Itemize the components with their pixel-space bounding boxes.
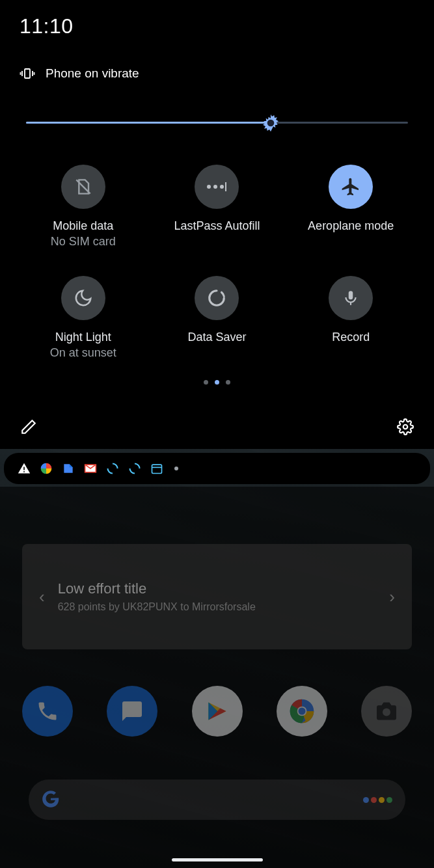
tile-night-light[interactable]: Night Light On at sunset xyxy=(20,276,147,361)
sync-icon xyxy=(105,461,120,476)
assistant-icon[interactable] xyxy=(363,797,392,803)
tile-title: LastPass Autofill xyxy=(174,218,260,234)
tile-label: Night Light On at sunset xyxy=(50,329,116,361)
tile-label: Mobile data No SIM card xyxy=(51,218,116,250)
page-dot xyxy=(226,380,230,385)
tile-subtitle: On at sunset xyxy=(50,345,116,360)
tile-title: Record xyxy=(332,329,370,345)
tile-lastpass[interactable]: LastPass Autofill xyxy=(154,165,281,250)
gmail-icon xyxy=(83,461,98,476)
notification-bar[interactable] xyxy=(4,453,430,484)
homescreen-widget[interactable]: ‹ Low effort title 628 points by UK82PUN… xyxy=(22,544,412,649)
google-logo-icon xyxy=(42,790,61,809)
tile-title: Night Light xyxy=(50,329,116,345)
airplane-icon xyxy=(329,165,373,209)
svg-point-5 xyxy=(267,120,274,127)
tile-label: Aeroplane mode xyxy=(308,218,394,234)
dock-chrome[interactable] xyxy=(277,686,327,737)
svg-point-7 xyxy=(207,185,211,189)
tile-mobile-data[interactable]: Mobile data No SIM card xyxy=(20,165,147,250)
tile-subtitle: No SIM card xyxy=(51,234,116,249)
clock-time: 11:10 xyxy=(20,14,414,38)
tile-label: Data Saver xyxy=(187,329,246,345)
chevron-right-icon[interactable]: › xyxy=(385,587,399,607)
brightness-fill xyxy=(26,122,271,124)
quick-settings-panel: 11:10 Phone on vibrate xyxy=(4,0,430,448)
svg-rect-10 xyxy=(225,182,226,191)
vibrate-icon xyxy=(20,66,35,81)
tile-label: LastPass Autofill xyxy=(174,218,260,234)
calendar-icon xyxy=(150,461,164,476)
page-dot-active xyxy=(215,380,219,385)
tile-title: Aeroplane mode xyxy=(308,218,394,234)
status-row: Phone on vibrate xyxy=(20,66,414,81)
mic-icon xyxy=(329,276,373,320)
moon-icon xyxy=(61,276,105,320)
tile-record[interactable]: Record xyxy=(287,276,414,361)
tile-title: Data Saver xyxy=(187,329,246,345)
svg-rect-16 xyxy=(152,465,162,473)
svg-point-8 xyxy=(213,185,217,189)
svg-point-9 xyxy=(220,185,224,189)
dock xyxy=(22,686,412,737)
more-dot xyxy=(174,467,178,470)
files-icon xyxy=(61,461,75,476)
svg-rect-13 xyxy=(23,467,25,470)
dock-play-store[interactable] xyxy=(192,686,243,737)
svg-point-12 xyxy=(403,425,408,429)
tile-aeroplane-mode[interactable]: Aeroplane mode xyxy=(287,165,414,250)
page-indicator xyxy=(20,380,414,385)
data-saver-icon xyxy=(195,276,239,320)
widget-title: Low effort title xyxy=(58,580,386,597)
sync-icon xyxy=(128,461,142,476)
dock-messages[interactable] xyxy=(107,686,157,737)
vibrate-label: Phone on vibrate xyxy=(46,66,139,81)
page-dot xyxy=(204,380,208,385)
chevron-left-icon[interactable]: ‹ xyxy=(35,587,49,607)
qs-footer xyxy=(20,418,414,436)
svg-rect-14 xyxy=(23,471,25,472)
warning-icon xyxy=(17,461,31,476)
tile-data-saver[interactable]: Data Saver xyxy=(154,276,281,361)
brightness-slider[interactable] xyxy=(26,114,408,132)
settings-button[interactable] xyxy=(396,418,414,436)
navigation-pill[interactable] xyxy=(172,858,263,861)
dock-camera[interactable] xyxy=(361,686,412,737)
edit-button[interactable] xyxy=(20,418,38,436)
tile-title: Mobile data xyxy=(51,218,116,234)
widget-content: Low effort title 628 points by UK82PUNX … xyxy=(49,580,386,613)
widget-subtitle: 628 points by UK82PUNX to Mirrorsforsale xyxy=(58,601,386,613)
brightness-thumb-icon[interactable] xyxy=(260,113,281,133)
qs-tiles-grid: Mobile data No SIM card LastPass Autofil… xyxy=(20,165,414,360)
svg-point-22 xyxy=(383,709,390,716)
sim-off-icon xyxy=(61,165,105,209)
search-bar[interactable] xyxy=(29,780,405,820)
dock-phone[interactable] xyxy=(22,686,73,737)
svg-point-21 xyxy=(298,708,305,715)
photos-icon xyxy=(39,461,53,476)
tile-label: Record xyxy=(332,329,370,345)
svg-rect-0 xyxy=(25,69,30,78)
dots-cursor-icon xyxy=(195,165,239,209)
